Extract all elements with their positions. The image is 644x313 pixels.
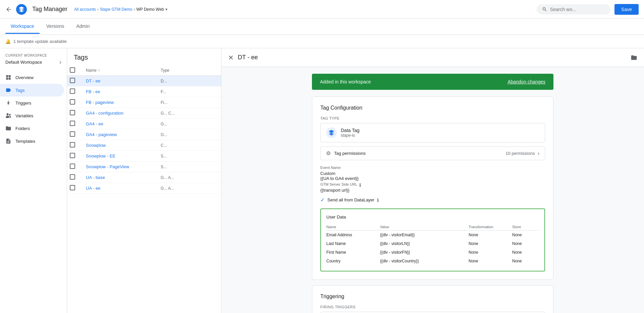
tab-admin[interactable]: Admin xyxy=(71,19,95,34)
row-checkbox[interactable] xyxy=(70,142,75,147)
chevron-right-icon: › xyxy=(538,150,539,156)
sidebar-item-variables[interactable]: Variables xyxy=(0,109,64,122)
tag-configuration-card: Tag Configuration Tag Type Data Tag stap… xyxy=(312,97,553,280)
ud-row: Email Address {{dlv - visitorEmail}} Non… xyxy=(326,231,539,239)
triggering-card: Triggering Firing Triggers ce - all ee e… xyxy=(312,285,553,313)
tag-permissions-row[interactable]: ⚙ Tag permissions 10 permissions › xyxy=(320,146,545,160)
top-header: Tag Manager All accounts › Stape GTM Dem… xyxy=(0,0,644,19)
search-input[interactable] xyxy=(550,7,605,12)
tag-panel-header: ✕ DT - ee xyxy=(221,48,644,67)
table-row[interactable]: GA4 - pageview G... xyxy=(67,129,221,140)
ud-col-name-header: Name xyxy=(326,225,380,229)
tags-area: Tags Name ↑ Type DT - ee D... FB - ee F.… xyxy=(67,48,221,313)
tag-permissions-left: ⚙ Tag permissions xyxy=(326,150,366,156)
table-row[interactable]: UA - base G... A... xyxy=(67,172,221,183)
update-text: 1 template update available xyxy=(13,39,67,44)
col-type-header: Type xyxy=(158,65,218,75)
sidebar-workspace-name: Default Workspace xyxy=(5,60,42,65)
breadcrumb-all-accounts[interactable]: All accounts xyxy=(74,7,96,12)
event-name-label: Event Name xyxy=(320,166,545,170)
send-all-row: ✓ Send all from DataLayer ℹ xyxy=(320,197,545,203)
sort-arrow[interactable]: ↑ xyxy=(98,68,100,73)
row-checkbox[interactable] xyxy=(70,131,75,137)
triggers-icon xyxy=(5,100,11,106)
search-box[interactable] xyxy=(537,4,610,14)
table-row[interactable]: Snowplow - PageView S... xyxy=(67,162,221,172)
triggering-title: Triggering xyxy=(320,294,545,300)
row-checkbox[interactable] xyxy=(70,110,75,115)
search-icon xyxy=(542,6,547,12)
info-icon[interactable]: ℹ xyxy=(359,182,361,188)
breadcrumb-stape[interactable]: Stape GTM Demo xyxy=(100,7,132,12)
table-row[interactable]: GA4 - ee G... xyxy=(67,119,221,129)
update-icon: 🔔 xyxy=(5,39,11,44)
table-row[interactable]: UA - ee G... A... xyxy=(67,183,221,194)
configuration-title: Tag Configuration xyxy=(320,105,545,111)
app-title: Tag Manager xyxy=(32,6,67,13)
tag-type-label: Tag Type xyxy=(320,116,545,120)
table-row[interactable]: Snowplow - EE S... xyxy=(67,151,221,162)
table-row[interactable]: FB - pageview Fi... xyxy=(67,97,221,108)
templates-icon xyxy=(5,138,11,144)
tag-type-sub: stape-io xyxy=(341,133,360,138)
row-checkbox[interactable] xyxy=(70,153,75,158)
row-checkbox[interactable] xyxy=(70,99,75,105)
row-checkbox[interactable] xyxy=(70,88,75,94)
row-checkbox[interactable] xyxy=(70,174,75,180)
event-name-variable: {{UA to GA4 event}} xyxy=(320,176,545,181)
sidebar-item-overview[interactable]: Overview xyxy=(0,71,64,84)
permissions-label: Tag permissions xyxy=(334,151,366,156)
back-button[interactable] xyxy=(5,6,12,13)
added-banner: Added in this workspace Abandon changes xyxy=(312,74,553,90)
row-checkbox[interactable] xyxy=(70,78,75,83)
added-banner-text: Added in this workspace xyxy=(320,79,371,84)
tag-panel-title: DT - ee xyxy=(238,54,258,61)
tag-type-icon xyxy=(326,127,337,138)
table-header: Name ↑ Type xyxy=(67,65,221,76)
close-button[interactable]: ✕ xyxy=(228,54,234,62)
gtm-server-url-label: GTM Server Side URL xyxy=(320,182,357,186)
sidebar-item-tags-label: Tags xyxy=(15,88,24,93)
sidebar-item-overview-label: Overview xyxy=(15,75,34,80)
col-check-header xyxy=(70,67,83,74)
folder-button[interactable] xyxy=(631,54,637,61)
table-row[interactable]: Snowplow C... xyxy=(67,140,221,151)
sidebar-item-tags[interactable]: Tags xyxy=(0,84,64,97)
sidebar-item-triggers-label: Triggers xyxy=(15,101,31,106)
sidebar-current-workspace: CURRENT WORKSPACE Default Workspace › xyxy=(0,51,67,70)
info-icon-2[interactable]: ℹ xyxy=(377,197,379,203)
table-row[interactable]: GA4 - configuration G... C... xyxy=(67,108,221,119)
save-button[interactable]: Save xyxy=(614,4,639,15)
tag-type-info: Data Tag stape-io xyxy=(341,128,360,138)
sidebar-item-templates-label: Templates xyxy=(15,139,35,144)
sidebar-workspace-row: Default Workspace › xyxy=(5,57,61,68)
sidebar-item-triggers[interactable]: Triggers xyxy=(0,97,64,109)
tag-permissions-right: 10 permissions › xyxy=(505,150,539,156)
workspace-dropdown-icon[interactable]: ▾ xyxy=(165,7,167,12)
sidebar-item-templates[interactable]: Templates xyxy=(0,135,64,147)
table-row[interactable]: DT - ee D... xyxy=(67,76,221,86)
row-checkbox[interactable] xyxy=(70,164,75,169)
tab-versions[interactable]: Versions xyxy=(41,19,70,34)
tab-workspace[interactable]: Workspace xyxy=(5,19,40,34)
tag-type-box[interactable]: Data Tag stape-io xyxy=(320,123,545,142)
header-checkbox[interactable] xyxy=(70,67,75,73)
row-checkbox[interactable] xyxy=(70,185,75,190)
user-data-table: Name Value Transformation Store Email Ad… xyxy=(326,224,539,265)
ud-row: First Name {{dlv - visitorFN}} None None xyxy=(326,248,539,257)
permissions-icon: ⚙ xyxy=(326,150,331,156)
abandon-changes-link[interactable]: Abandon changes xyxy=(507,79,545,84)
sidebar-item-variables-label: Variables xyxy=(15,113,33,118)
row-checkbox[interactable] xyxy=(70,121,75,126)
table-row[interactable]: FB - ee F... xyxy=(67,86,221,97)
permissions-count: 10 permissions xyxy=(505,151,535,156)
checkmark-icon: ✓ xyxy=(320,197,325,203)
sidebar-item-folders[interactable]: Folders xyxy=(0,122,64,135)
gtm-server-url-row: GTM Server Side URL ℹ xyxy=(320,182,545,188)
folders-icon xyxy=(5,125,11,131)
user-data-section: User Data Name Value Transformation Stor… xyxy=(320,208,545,271)
sidebar-workspace-arrow[interactable]: › xyxy=(59,59,61,66)
col-name-header: Name ↑ xyxy=(83,65,158,75)
trigger-box[interactable]: ce - all ee events Custom Event xyxy=(320,312,545,313)
ud-col-transform-header: Transformation xyxy=(469,225,512,229)
